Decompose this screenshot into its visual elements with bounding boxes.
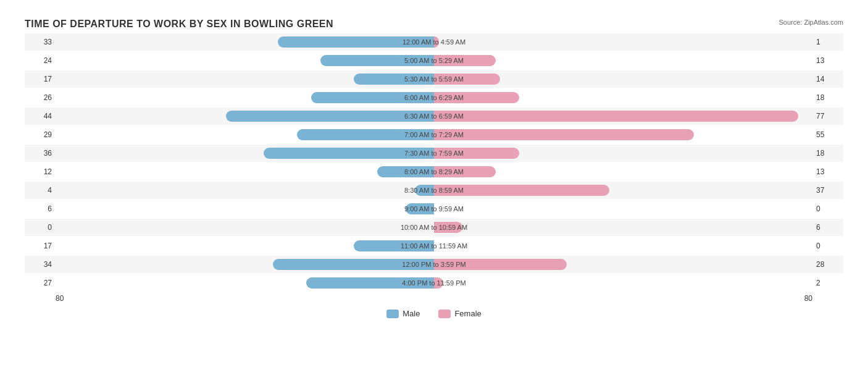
male-swatch	[386, 310, 399, 318]
table-row: 1711:00 AM to 11:59 AM0	[25, 237, 843, 255]
female-bar	[434, 185, 609, 196]
male-value: 24	[25, 56, 56, 65]
female-bar	[434, 259, 567, 270]
male-bar	[320, 55, 434, 66]
table-row: 3312:00 AM to 4:59 AM1	[25, 33, 843, 51]
male-value: 17	[25, 75, 56, 83]
male-bar	[354, 74, 434, 85]
bar-section: 5:30 AM to 5:59 AM	[56, 70, 812, 88]
male-bar	[273, 259, 434, 270]
bar-section: 12:00 AM to 4:59 AM	[56, 33, 812, 51]
male-bar	[278, 36, 434, 48]
axis-labels: 80 80	[25, 294, 843, 303]
female-bar	[434, 92, 519, 103]
male-bar	[297, 129, 434, 140]
female-value: 6	[812, 223, 843, 232]
table-row: 297:00 AM to 7:29 AM55	[25, 126, 843, 143]
table-row: 175:30 AM to 5:59 AM14	[25, 70, 843, 88]
female-bar	[434, 111, 798, 122]
male-value: 36	[25, 149, 56, 158]
male-value: 33	[25, 38, 56, 46]
chart-area: 3312:00 AM to 4:59 AM1245:00 AM to 5:29 …	[25, 33, 843, 292]
male-bar	[354, 240, 434, 251]
female-swatch	[438, 310, 451, 318]
bar-section: 8:30 AM to 8:59 AM	[56, 182, 812, 199]
legend: Male Female	[25, 309, 843, 318]
table-row: 446:30 AM to 6:59 AM77	[25, 108, 843, 125]
female-bar	[434, 55, 496, 66]
bar-section: 7:30 AM to 7:59 AM	[56, 145, 812, 162]
female-value: 18	[812, 149, 843, 158]
table-row: 245:00 AM to 5:29 AM13	[25, 52, 843, 69]
male-value: 4	[25, 186, 56, 195]
table-row: 010:00 AM to 10:59 AM6	[25, 219, 843, 236]
bar-section: 5:00 AM to 5:29 AM	[56, 52, 812, 69]
legend-female: Female	[438, 309, 481, 318]
male-bar	[264, 148, 434, 159]
male-value: 44	[25, 112, 56, 120]
bar-section: 4:00 PM to 11:59 PM	[56, 274, 812, 292]
male-bar	[415, 185, 434, 196]
table-row: 128:00 AM to 8:29 AM13	[25, 163, 843, 180]
female-value: 37	[812, 186, 843, 195]
male-value: 26	[25, 93, 56, 102]
female-value: 13	[812, 167, 843, 176]
female-label: Female	[454, 309, 481, 318]
female-value: 0	[812, 242, 843, 250]
female-bar	[434, 148, 519, 159]
male-bar	[306, 277, 434, 289]
bar-section: 10:00 AM to 10:59 AM	[56, 219, 812, 236]
female-value: 13	[812, 56, 843, 65]
male-value: 34	[25, 260, 56, 269]
female-value: 2	[812, 279, 843, 287]
bar-section: 12:00 PM to 3:59 PM	[56, 256, 812, 273]
male-value: 12	[25, 167, 56, 176]
male-value: 27	[25, 279, 56, 287]
table-row: 274:00 PM to 11:59 PM2	[25, 274, 843, 292]
bar-section: 7:00 AM to 7:29 AM	[56, 126, 812, 143]
female-bar	[434, 36, 439, 48]
female-value: 18	[812, 93, 843, 102]
table-row: 266:00 AM to 6:29 AM18	[25, 89, 843, 106]
table-row: 3412:00 PM to 3:59 PM28	[25, 256, 843, 273]
table-row: 48:30 AM to 8:59 AM37	[25, 182, 843, 199]
axis-left: 80	[56, 294, 64, 303]
bar-section: 8:00 AM to 8:29 AM	[56, 163, 812, 180]
female-bar	[434, 129, 694, 140]
male-bar	[226, 111, 434, 122]
female-bar	[434, 166, 496, 177]
axis-right: 80	[804, 294, 812, 303]
female-value: 14	[812, 75, 843, 83]
female-bar	[434, 277, 443, 289]
female-bar	[434, 74, 500, 85]
female-value: 1	[812, 38, 843, 46]
source-label: Source: ZipAtlas.com	[778, 19, 843, 26]
male-label: Male	[403, 309, 420, 318]
table-row: 69:00 AM to 9:59 AM0	[25, 200, 843, 217]
bar-section: 6:00 AM to 6:29 AM	[56, 89, 812, 106]
male-bar	[406, 203, 434, 214]
bar-section: 6:30 AM to 6:59 AM	[56, 108, 812, 125]
male-value: 0	[25, 223, 56, 232]
chart-title: TIME OF DEPARTURE TO WORK BY SEX IN BOWL…	[25, 19, 843, 30]
chart-container: TIME OF DEPARTURE TO WORK BY SEX IN BOWL…	[12, 12, 856, 355]
bar-section: 11:00 AM to 11:59 AM	[56, 237, 812, 255]
bar-section: 9:00 AM to 9:59 AM	[56, 200, 812, 217]
male-value: 6	[25, 205, 56, 213]
female-value: 55	[812, 130, 843, 139]
female-bar	[434, 222, 462, 233]
table-row: 367:30 AM to 7:59 AM18	[25, 145, 843, 162]
female-value: 77	[812, 112, 843, 120]
male-bar	[311, 92, 434, 103]
legend-male: Male	[386, 309, 420, 318]
female-value: 0	[812, 205, 843, 213]
male-value: 29	[25, 130, 56, 139]
male-value: 17	[25, 242, 56, 250]
male-bar	[377, 166, 434, 177]
female-value: 28	[812, 260, 843, 269]
